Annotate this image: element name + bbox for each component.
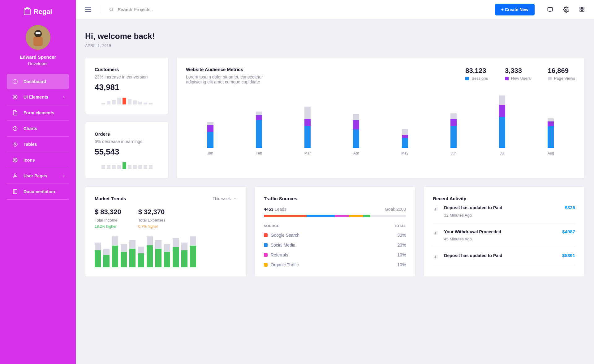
activity-amount: $325 xyxy=(565,205,575,218)
settings-icon[interactable] xyxy=(563,6,569,13)
svg-point-14 xyxy=(14,174,16,176)
customers-value: 43,981 xyxy=(95,83,159,92)
menu-toggle-icon[interactable] xyxy=(85,7,91,12)
month-label: Mar xyxy=(304,151,311,155)
period-dropdown[interactable]: This week xyxy=(213,196,237,201)
chevron-right-icon: › xyxy=(63,95,65,99)
search-input[interactable] xyxy=(118,7,210,12)
search xyxy=(109,7,495,12)
nav-label: Icons xyxy=(24,158,35,163)
nav-icon xyxy=(12,157,18,163)
nav-label: Documentation xyxy=(24,189,55,194)
chart-bar xyxy=(190,236,196,267)
bar-chart-icon xyxy=(433,230,438,235)
customers-card: Customers 23% increase in conversion 43,… xyxy=(85,57,169,114)
month-label: Jul xyxy=(500,151,504,155)
brand-name: Regal xyxy=(34,8,52,16)
sidebar: Regal Edward Spencer Developer Dashboard… xyxy=(0,0,76,289)
source-value: 30% xyxy=(397,233,406,238)
nav-item-form-elements[interactable]: Form elements xyxy=(7,105,69,121)
activity-item: Deposit has updated to Paid32 Minutes Ag… xyxy=(433,201,575,223)
audience-stat: 83,123Sessions xyxy=(465,67,488,84)
nav-item-documentation[interactable]: Documentation xyxy=(7,184,69,200)
nav-icon xyxy=(12,173,18,179)
svg-rect-24 xyxy=(583,10,584,11)
source-value: 10% xyxy=(397,262,406,267)
content: Hi, welcome back! APRIL 1, 2019 Customer… xyxy=(76,19,594,289)
chart-column: Jan xyxy=(186,92,235,155)
chevron-right-icon: › xyxy=(63,174,65,178)
legend-swatch xyxy=(264,243,268,247)
expense-label: Total Expenses xyxy=(138,218,166,222)
chart-bar xyxy=(112,236,118,267)
traffic-rows: Google Search30%Social Media20%Referrals… xyxy=(264,233,406,267)
leads-goal: Goal: 2000 xyxy=(385,207,406,212)
audience-desc: Lorem ipsum dolor sit amet, consectetur … xyxy=(186,74,269,84)
income-value: $ 83,320 xyxy=(95,208,121,216)
apps-icon[interactable] xyxy=(579,6,585,13)
chart-column: Feb xyxy=(235,92,283,155)
income-label: Total Income xyxy=(95,218,121,222)
nav-icon xyxy=(12,142,18,147)
nav-item-tables[interactable]: Tables xyxy=(7,137,69,152)
activity-list: Deposit has updated to Paid32 Minutes Ag… xyxy=(433,201,575,265)
market-title: Market Trends xyxy=(95,196,126,201)
chart-bar xyxy=(95,236,101,267)
nav-icon xyxy=(12,79,18,84)
row-1: Customers 23% increase in conversion 43,… xyxy=(85,57,585,179)
legend-swatch xyxy=(264,233,268,237)
nav-item-dashboard[interactable]: Dashboard xyxy=(7,74,69,89)
source-value: 10% xyxy=(397,252,406,257)
nav-icon xyxy=(12,126,18,131)
activity-amount: $5391 xyxy=(562,253,575,259)
chart-bar xyxy=(147,236,153,267)
chart-bar xyxy=(173,236,179,267)
svg-rect-22 xyxy=(583,7,584,9)
audience-title: Website Audience Metrics xyxy=(186,67,269,72)
month-label: Feb xyxy=(256,151,262,155)
divider xyxy=(100,5,100,14)
page-title: Hi, welcome back! xyxy=(85,32,585,41)
leads-count: 4453 xyxy=(264,207,273,212)
month-label: May xyxy=(401,151,408,155)
svg-point-5 xyxy=(13,95,17,99)
avatar[interactable] xyxy=(26,25,50,50)
svg-line-18 xyxy=(112,10,113,11)
create-new-button[interactable]: + Create New xyxy=(495,4,535,15)
nav-item-charts[interactable]: Charts xyxy=(7,121,69,137)
svg-rect-15 xyxy=(13,189,17,194)
nav-item-ui-elements[interactable]: UI Elements› xyxy=(7,89,69,105)
chart-bar xyxy=(138,236,144,267)
brand-logo[interactable]: Regal xyxy=(0,8,76,16)
svg-rect-2 xyxy=(33,37,43,46)
nav-item-icons[interactable]: Icons xyxy=(7,152,69,168)
welcome: Hi, welcome back! APRIL 1, 2019 xyxy=(85,32,585,48)
svg-point-3 xyxy=(36,32,38,34)
nav-item-user-pages[interactable]: User Pages› xyxy=(7,168,69,184)
chart-bar xyxy=(164,236,170,267)
chart-column: May xyxy=(381,92,429,155)
search-icon xyxy=(109,7,114,12)
stat-label: Page Views xyxy=(554,76,575,81)
bar-chart-icon xyxy=(433,254,438,259)
topbar: + Create New xyxy=(76,0,594,19)
main: + Create New Hi, welcome back! APRIL 1, … xyxy=(76,0,594,289)
audience-card: Website Audience Metrics Lorem ipsum dol… xyxy=(176,57,585,179)
legend-swatch xyxy=(264,263,268,267)
legend-swatch xyxy=(264,253,268,257)
activity-amount: $4987 xyxy=(562,229,575,242)
traffic-progress-bar xyxy=(264,215,406,217)
chart-bar xyxy=(103,236,110,267)
svg-rect-23 xyxy=(580,10,581,11)
chart-bar xyxy=(129,236,136,267)
chart-column: Jul xyxy=(478,92,527,155)
svg-point-4 xyxy=(38,32,41,34)
nav-icon xyxy=(12,110,18,116)
period-label: This week xyxy=(213,196,231,201)
cast-icon[interactable] xyxy=(547,6,553,13)
month-label: Aug xyxy=(548,151,554,155)
chart-bar xyxy=(181,236,187,267)
audience-stat: 3,333New Users xyxy=(505,67,531,84)
nav-icon xyxy=(12,94,18,100)
activity-title: Deposit has updated to Paid xyxy=(444,253,557,259)
